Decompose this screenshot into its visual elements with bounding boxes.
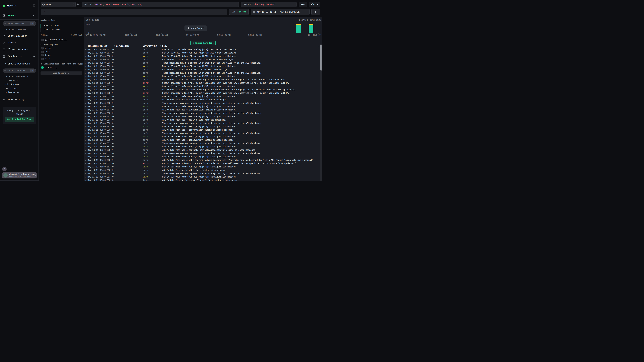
svg-text:9:35:00 AM: 9:35:00 AM xyxy=(156,34,168,36)
svg-text:May 16 8:40:00 AM: May 16 8:40:00 AM xyxy=(85,34,106,36)
svg-text:10:25:00 AM: 10:25:00 AM xyxy=(217,34,230,36)
svg-text:11:40:00 AM: 11:40:00 AM xyxy=(308,34,321,36)
svg-text:10:00:00 AM: 10:00:00 AM xyxy=(186,34,199,36)
svg-text:10:50:00 AM: 10:50:00 AM xyxy=(248,34,262,36)
svg-text:360: 360 xyxy=(85,23,89,26)
svg-text:9:10:00 AM: 9:10:00 AM xyxy=(124,34,136,36)
